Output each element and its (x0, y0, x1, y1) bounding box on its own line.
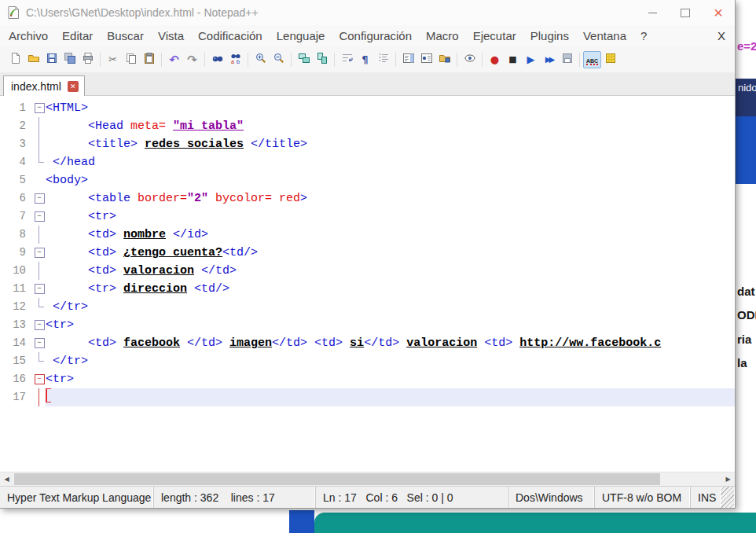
run-macro-multiple-button[interactable]: ▶▶ (540, 51, 558, 68)
function-list-button[interactable] (417, 51, 435, 68)
status-doc-stats: length : 362 lines : 17 (154, 487, 316, 508)
background-text-fragment: ria (737, 333, 751, 346)
line-number: 16 (0, 370, 33, 388)
fold-toggle-icon[interactable]: − (33, 370, 46, 388)
code-text: <td> facebook </td> imagen</td> <td> si<… (46, 334, 735, 352)
code-line[interactable]: 9− <td> ¿tengo cuenta?<td/> (0, 244, 735, 262)
code-line[interactable]: 8 <td> nombre </id> (0, 226, 735, 244)
status-typing-mode[interactable]: INS (691, 487, 721, 508)
scroll-left-arrow-icon[interactable]: ◀ (0, 472, 13, 486)
code-line[interactable]: 1−<HTML> (0, 99, 735, 117)
code-line[interactable]: 4 </head (0, 153, 735, 171)
menu-item-lenguaje[interactable]: Lenguaje (270, 27, 332, 45)
line-number: 8 (0, 226, 33, 244)
menu-bar-x[interactable]: X (708, 29, 735, 42)
fold-toggle-icon[interactable]: − (33, 334, 46, 352)
spell-check-button[interactable]: ABC (583, 51, 601, 68)
code-line[interactable]: 15 </tr> (0, 352, 735, 370)
plugin-button[interactable] (601, 51, 619, 68)
replace-icon: ab (229, 52, 242, 67)
background-text-fragment: la (737, 356, 747, 369)
code-line[interactable]: 16−<tr> (0, 370, 735, 388)
save-macro-button[interactable] (558, 51, 576, 68)
fold-toggle-icon[interactable]: − (33, 316, 46, 334)
undo-button[interactable]: ↶ (165, 51, 183, 68)
sync-vertical-scroll-button[interactable] (295, 51, 313, 68)
save-button[interactable] (42, 51, 61, 68)
folder-icon (28, 52, 40, 67)
code-line[interactable]: 13−<tr> (0, 316, 735, 334)
status-eol-format[interactable]: Dos\Windows (508, 487, 595, 508)
redo-button[interactable]: ↷ (183, 51, 201, 68)
paste-button[interactable] (140, 51, 158, 68)
cut-button[interactable]: ✂ (104, 51, 122, 68)
code-line[interactable]: 2 <Head meta= "mi tabla" (0, 117, 735, 135)
line-number: 12 (0, 298, 33, 316)
tab-close-icon[interactable]: ✕ (68, 81, 79, 92)
fold-toggle-icon[interactable]: − (33, 280, 46, 298)
print-button[interactable] (79, 51, 97, 68)
show-all-characters-button[interactable]: ¶ (356, 51, 374, 68)
menu-item-archivo[interactable]: Archivo (2, 27, 55, 45)
menu-item-help[interactable]: ? (633, 27, 654, 45)
document-map-button[interactable] (399, 51, 417, 68)
folder-as-workspace-button[interactable] (435, 51, 453, 68)
minimize-button[interactable] (636, 0, 669, 25)
fold-toggle-icon[interactable]: − (33, 189, 46, 208)
fold-margin (33, 352, 46, 370)
open-file-button[interactable] (24, 51, 42, 68)
code-line[interactable]: 7− <tr> (0, 208, 735, 226)
close-button[interactable]: × (702, 0, 735, 25)
status-encoding[interactable]: UTF-8 w/o BOM (595, 487, 691, 508)
code-line[interactable]: 11− <tr> direccion <td/> (0, 280, 735, 298)
floppies-icon (64, 52, 76, 67)
code-line[interactable]: 14− <td> facebook </td> imagen</td> <td>… (0, 334, 735, 352)
fold-toggle-icon[interactable]: − (33, 208, 46, 226)
record-icon: ● (490, 53, 499, 66)
scrollbar-track[interactable] (13, 472, 721, 486)
code-line[interactable]: 6− <table border="2" bycolor= red> (0, 189, 735, 208)
tab-index-html[interactable]: index.html ✕ (3, 75, 85, 96)
toolbar-separator (479, 51, 486, 68)
toolbar-separator (97, 51, 104, 68)
stop-macro-button[interactable]: ■ (504, 51, 522, 68)
record-macro-button[interactable]: ● (486, 51, 504, 68)
fold-toggle-icon[interactable]: − (33, 99, 46, 117)
menu-item-plugins[interactable]: Plugins (523, 27, 576, 45)
fold-toggle-icon[interactable]: − (33, 244, 46, 262)
scrollbar-thumb[interactable] (14, 473, 660, 485)
copy-button[interactable] (122, 51, 140, 68)
replace-button[interactable]: ab (226, 51, 244, 68)
play-macro-button[interactable]: ▶ (522, 51, 540, 68)
maximize-button[interactable] (669, 0, 702, 25)
new-file-button[interactable] (6, 51, 24, 68)
code-line[interactable]: 10 <td> valoracion </td> (0, 262, 735, 280)
menu-item-editar[interactable]: Editar (55, 27, 100, 45)
menu-item-macro[interactable]: Macro (419, 27, 466, 45)
code-line[interactable]: 12 </tr> (0, 298, 735, 316)
code-line[interactable]: 17 (0, 388, 735, 406)
window-title: C:\Users\GNet\Desktop\index.html - Notep… (26, 6, 259, 19)
menu-item-configuracion[interactable]: Configuración (332, 27, 419, 45)
word-wrap-button[interactable] (338, 51, 356, 68)
menu-item-buscar[interactable]: Buscar (100, 27, 151, 45)
resize-grip[interactable] (721, 487, 735, 508)
copy-icon (125, 52, 138, 67)
code-area[interactable]: 1−<HTML>2 <Head meta= "mi tabla"3 <title… (0, 96, 735, 472)
zoom-out-button[interactable] (270, 51, 288, 68)
menu-item-codificacion[interactable]: Codificación (191, 27, 270, 45)
find-button[interactable] (208, 51, 226, 68)
menu-item-vista[interactable]: Vista (151, 27, 191, 45)
code-line[interactable]: 5<body> (0, 171, 735, 189)
menu-item-ventana[interactable]: Ventana (576, 27, 633, 45)
menu-item-ejecutar[interactable]: Ejecutar (466, 27, 523, 45)
scroll-right-arrow-icon[interactable]: ▶ (721, 472, 735, 486)
save-all-button[interactable] (61, 51, 79, 68)
monitoring-button[interactable] (461, 51, 479, 68)
floppy-icon (46, 52, 58, 67)
code-line[interactable]: 3 <title> redes sociales </title> (0, 135, 735, 153)
zoom-in-button[interactable] (251, 51, 270, 68)
indent-guide-button[interactable] (374, 51, 392, 68)
sync-horizontal-scroll-button[interactable] (313, 51, 331, 68)
code-text: <Head meta= "mi tabla" (46, 117, 735, 135)
